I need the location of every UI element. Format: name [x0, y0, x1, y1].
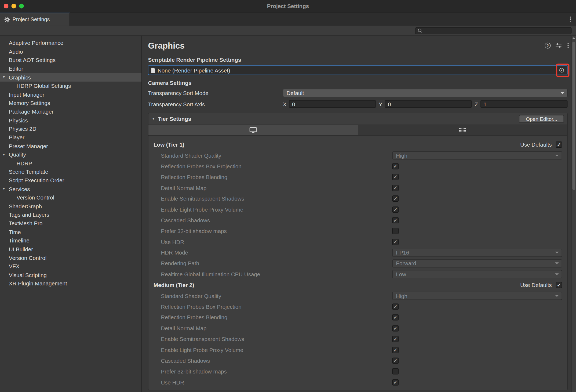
sidebar-item-version-control[interactable]: ▼ Version Control — [0, 193, 141, 202]
object-picker-button[interactable] — [559, 67, 565, 73]
sidebar-item-audio[interactable]: ▼ Audio — [0, 47, 141, 56]
sidebar-item-hdrp[interactable]: ▼ HDRP — [0, 159, 141, 168]
tier-row-dropdown[interactable]: Forward — [392, 259, 562, 267]
sidebar-item-adaptive-performance[interactable]: ▼ Adaptive Performance — [0, 39, 141, 47]
tier-row-dropdown[interactable]: High — [392, 292, 562, 300]
use-defaults-checkbox[interactable]: ✓ — [556, 282, 562, 288]
dropdown-value: FP16 — [396, 249, 409, 256]
expander-icon[interactable]: ▼ — [2, 187, 5, 191]
sidebar-item-scene-template[interactable]: ▼ Scene Template — [0, 168, 141, 176]
tab-desktop-platform[interactable] — [148, 125, 358, 135]
tier-row-checkbox[interactable]: ✓ — [392, 358, 399, 364]
sidebar-item-textmesh-pro[interactable]: ▼ TextMesh Pro — [0, 219, 141, 228]
tier-row-checkbox[interactable]: ✓ — [392, 379, 399, 385]
tier-row-checkbox[interactable]: ✓ — [392, 185, 399, 191]
axis-y-input[interactable] — [385, 100, 472, 108]
presets-sliders-icon[interactable] — [555, 43, 562, 49]
tier-row-checkbox[interactable]: ✓ — [392, 325, 399, 331]
sidebar-item-editor[interactable]: ▼ Editor — [0, 64, 141, 73]
tier-row-checkbox[interactable]: ✓ — [392, 336, 399, 342]
render-pipeline-asset-field[interactable]: None (Render Pipeline Asset) — [148, 66, 568, 75]
open-editor-button[interactable]: Open Editor... — [519, 115, 564, 123]
sidebar-item-vfx[interactable]: ▼ VFX — [0, 262, 141, 271]
tier-settings-box: ▼ Tier Settings Open Editor... — [148, 113, 568, 390]
axis-z-input[interactable] — [480, 100, 567, 108]
sidebar-item-timeline[interactable]: ▼ Timeline — [0, 236, 141, 245]
minimize-button[interactable] — [11, 4, 16, 9]
sidebar-item-preset-manager[interactable]: ▼ Preset Manager — [0, 142, 141, 150]
tier-row-label: Reflection Probes Blending — [161, 314, 392, 321]
transparency-sort-mode-dropdown[interactable]: Default — [283, 89, 568, 97]
sidebar-item-time[interactable]: ▼ Time — [0, 228, 141, 236]
sidebar-item-label: Timeline — [9, 237, 30, 244]
tier-row-checkbox[interactable]: ✓ — [392, 163, 399, 169]
window-menu-kebab-icon[interactable] — [568, 15, 572, 23]
body: ▼ Adaptive Performance ▼ Audio ▼ Burst A… — [0, 36, 576, 392]
expander-icon[interactable]: ▼ — [2, 153, 5, 156]
tier-row-dropdown[interactable]: High — [392, 151, 562, 159]
sidebar-item-xr-plugin-management[interactable]: ▼ XR Plugin Management — [0, 279, 141, 288]
tier-row-checkbox[interactable]: ✓ — [392, 314, 399, 321]
tier-row-checkbox[interactable]: ✓ — [392, 368, 399, 375]
sidebar-item-shadergraph[interactable]: ▼ ShaderGraph — [0, 202, 141, 210]
sidebar-item-burst-aot-settings[interactable]: ▼ Burst AOT Settings — [0, 56, 141, 64]
tier-row-dropdown[interactable]: Low — [392, 270, 562, 278]
tier-row-checkbox[interactable]: ✓ — [392, 195, 399, 202]
sidebar-item-label: Visual Scripting — [9, 272, 47, 278]
sidebar-item-label: Scene Template — [9, 169, 48, 175]
axis-x-input[interactable] — [289, 100, 376, 108]
zoom-button[interactable] — [19, 4, 24, 9]
close-button[interactable] — [4, 4, 9, 9]
page-title: Graphics — [148, 41, 185, 50]
sidebar-item-label: UI Builder — [9, 246, 33, 252]
tier-row-checkbox[interactable]: ✓ — [392, 217, 399, 223]
sidebar-item-player[interactable]: ▼ Player — [0, 133, 141, 142]
scroll-up-arrow-icon[interactable] — [572, 37, 575, 39]
tier-row: Enable Semitransparent Shadows ✓ — [148, 193, 567, 204]
scrollbar-thumb[interactable] — [572, 42, 575, 190]
sidebar-item-version-control[interactable]: ▼ Version Control — [0, 253, 141, 262]
device-grid-icon — [459, 128, 466, 133]
use-defaults-checkbox[interactable]: ✓ — [556, 141, 562, 148]
tier-row-checkbox[interactable]: ✓ — [392, 304, 399, 310]
header-icons: ? — [545, 41, 570, 50]
tier-row-checkbox[interactable]: ✓ — [392, 347, 399, 353]
axis-y: Y — [379, 100, 472, 108]
tier-row-dropdown[interactable]: FP16 — [392, 249, 562, 257]
sidebar-item-script-execution-order[interactable]: ▼ Script Execution Order — [0, 176, 141, 185]
tier-row-checkbox[interactable]: ✓ — [392, 228, 399, 234]
expander-icon[interactable]: ▼ — [2, 76, 5, 79]
help-icon[interactable]: ? — [545, 43, 551, 49]
sidebar-item-input-manager[interactable]: ▼ Input Manager — [0, 90, 141, 99]
sidebar-item-ui-builder[interactable]: ▼ UI Builder — [0, 245, 141, 253]
tier-row-checkbox[interactable]: ✓ — [392, 174, 399, 180]
sidebar-item-package-manager[interactable]: ▼ Package Manager — [0, 107, 141, 116]
sidebar-item-physics[interactable]: ▼ Physics — [0, 116, 141, 125]
panel-menu-kebab-icon[interactable] — [566, 41, 570, 50]
desktop-monitor-icon — [249, 127, 257, 133]
sidebar-item-tags-and-layers[interactable]: ▼ Tags and Layers — [0, 210, 141, 219]
sidebar-item-hdrp-global-settings[interactable]: ▼ HDRP Global Settings — [0, 82, 141, 90]
sidebar-item-quality[interactable]: ▼ Quality — [0, 150, 141, 159]
axis-y-label: Y — [379, 101, 382, 107]
sidebar-item-graphics[interactable]: ▼ Graphics — [0, 73, 141, 82]
search-input[interactable] — [424, 27, 569, 34]
sidebar-item-physics-2d[interactable]: ▼ Physics 2D — [0, 125, 141, 133]
sidebar-item-memory-settings[interactable]: ▼ Memory Settings — [0, 99, 141, 107]
document-icon — [151, 67, 155, 73]
tier-row-control: ✓ — [392, 379, 562, 385]
tier-row-checkbox[interactable]: ✓ — [392, 206, 399, 213]
sidebar-item-label: Physics — [9, 117, 28, 123]
use-defaults-label: Use Defaults — [520, 141, 552, 148]
tab-device-platform[interactable] — [358, 125, 567, 135]
tier-row-checkbox[interactable]: ✓ — [392, 239, 399, 245]
dropdown-value: Low — [396, 271, 406, 277]
titlebar: Project Settings — [0, 0, 576, 13]
expander-icon[interactable]: ▼ — [152, 117, 155, 121]
tab-project-settings[interactable]: Project Settings — [0, 13, 70, 26]
chevron-down-icon — [555, 252, 559, 254]
sidebar-item-services[interactable]: ▼ Services — [0, 185, 141, 193]
tier-sections: Low (Tier 1) Use Defaults ✓ Standard Sha… — [148, 136, 567, 390]
toolbar — [0, 26, 576, 36]
sidebar-item-visual-scripting[interactable]: ▼ Visual Scripting — [0, 271, 141, 279]
